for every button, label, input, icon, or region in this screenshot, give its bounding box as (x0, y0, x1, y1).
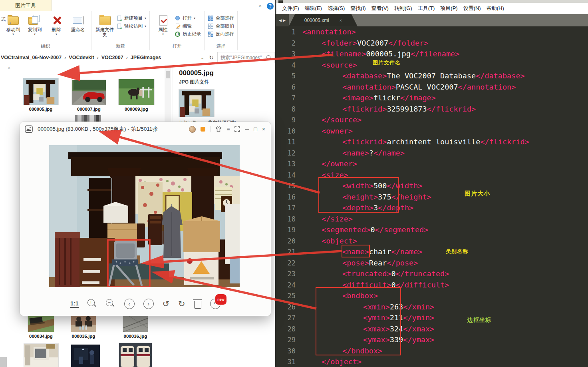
breadcrumb-dropdown-icon[interactable]: ⌄ (201, 55, 204, 60)
code-line[interactable]: 13</owner> (276, 158, 588, 170)
previous-image-button[interactable]: ‹ (124, 299, 135, 309)
ribbon-button-select-all[interactable]: 全部选择 (208, 15, 234, 21)
code-line[interactable]: 8<flickrid>325991873</flickrid> (276, 104, 588, 115)
code-line[interactable]: 19<segmented>0</segmented> (276, 224, 588, 235)
vip-badge-icon[interactable] (201, 127, 205, 132)
code-line[interactable]: 30</bndbox> (276, 345, 588, 357)
tree-scroll-up-icon[interactable]: ^ (8, 66, 10, 71)
ribbon-button-move-to[interactable]: ←移动到▾ (3, 14, 23, 36)
delete-image-icon[interactable] (194, 301, 201, 309)
breadcrumb-segment[interactable]: JPEGImages (131, 55, 161, 60)
thumbnail-000009.jpg[interactable]: 000009.jpg (119, 79, 154, 112)
ribbon-button-new-item[interactable]: 新建项目▾ (116, 15, 146, 21)
more-tools-button[interactable]: ^ new (210, 299, 220, 309)
ribbon-button-copy-to[interactable]: 复制到▾ (25, 14, 45, 36)
close-icon[interactable]: × (262, 126, 265, 132)
code-line[interactable]: 3<filename>000005.jpg</filename> (276, 48, 588, 60)
menu-item[interactable]: 项目(P) (440, 5, 457, 12)
code-line[interactable]: 1<annotation> (276, 26, 588, 38)
code-line[interactable]: 23<truncated>0</truncated> (276, 268, 588, 279)
ribbon-button-history[interactable]: 历史记录 (175, 31, 201, 37)
code-line[interactable]: 14<size> (276, 170, 588, 181)
code-line[interactable]: 27<ymin>211</ymin> (276, 312, 588, 323)
thumbnail-000007.jpg[interactable]: 000007.jpg (72, 80, 106, 112)
breadcrumb-segment[interactable]: VOCdevkit (69, 55, 94, 60)
refresh-icon[interactable]: ↻ (209, 54, 214, 61)
fullscreen-icon[interactable] (234, 126, 240, 132)
ribbon-button-rename[interactable]: 重命名 (68, 14, 88, 32)
tab-next-icon[interactable]: ▶ (283, 18, 286, 22)
code-line[interactable]: 7<image>flickr</image> (276, 92, 588, 104)
code-line[interactable]: 24<difficult>0</difficult> (276, 279, 588, 291)
help-icon[interactable]: ? (267, 3, 274, 10)
code-line[interactable]: 16<height>375</height> (276, 191, 588, 203)
menu-item[interactable]: 查看(V) (371, 5, 389, 12)
code-line[interactable]: 18</size> (276, 213, 588, 225)
code-line[interactable]: 4<source> (276, 60, 588, 71)
code-line[interactable]: 2<folder>VOC2007</folder> (276, 38, 588, 49)
code-line[interactable]: 17<depth>3</depth> (276, 202, 588, 213)
code-line[interactable]: 9</source> (276, 114, 588, 126)
pet-assistant-icon[interactable] (189, 126, 196, 133)
tab-close-icon[interactable]: × (340, 18, 342, 23)
code-line[interactable]: 29<ymax>339</ymax> (276, 334, 588, 345)
zoom-in-icon[interactable] (87, 299, 97, 309)
code-lines[interactable]: 1<annotation>2<folder>VOC2007</folder>3<… (276, 26, 588, 367)
breadcrumb-segment[interactable]: VOCtrainval_06-Nov-2007 (1, 55, 62, 60)
scroll-thumb[interactable] (166, 71, 170, 78)
ribbon-button-open[interactable]: 打开▾ (175, 15, 201, 21)
minimize-icon[interactable]: ─ (245, 126, 249, 132)
code-line[interactable]: 15<width>500</width> (276, 180, 588, 191)
menu-item[interactable]: 设置(N) (463, 5, 481, 12)
ribbon-button-easy-access[interactable]: 轻松访问▾ (116, 23, 146, 29)
maximize-icon[interactable]: □ (254, 126, 257, 132)
ribbon-button-delete[interactable]: 删除▾ (46, 14, 66, 36)
menu-icon[interactable]: ≡ (226, 126, 230, 132)
ribbon-button-select-none[interactable]: 全部取消 (208, 23, 234, 29)
next-image-button[interactable]: › (143, 299, 154, 309)
rotate-left-icon[interactable]: ↺ (163, 299, 170, 309)
zoom-out-icon[interactable] (106, 299, 115, 309)
thumbnail-000036.jpg[interactable]: 000036.jpg (123, 316, 148, 339)
ribbon-tab-picture-tools[interactable]: 图片工具 (0, 0, 52, 11)
tab-nav-arrows[interactable]: ◀▶ (276, 14, 289, 26)
ribbon-button-new-folder[interactable]: 新建文件夹 (95, 14, 115, 38)
tab-prev-icon[interactable]: ◀ (279, 18, 282, 22)
ribbon-button-properties[interactable]: 属性▾ (153, 14, 173, 36)
breadcrumb-segment[interactable]: VOC2007 (101, 55, 123, 60)
menu-item[interactable]: 帮助(H) (487, 5, 504, 12)
theme-skin-icon[interactable] (215, 126, 222, 132)
code-line[interactable]: 6<annotation>PASCAL VOC2007</annotation> (276, 82, 588, 93)
thumbnail-partial-monitor[interactable] (24, 344, 58, 367)
menu-item[interactable]: 工具(T) (418, 5, 435, 12)
thumb-list-scrollbar[interactable]: ^ (165, 65, 171, 122)
code-line[interactable]: 21<name>chair</name> (276, 246, 588, 257)
ribbon-button-edit[interactable]: 编辑 (175, 23, 201, 29)
code-line[interactable]: 10<owner> (276, 126, 588, 137)
code-line[interactable]: 28<xmax>324</xmax> (276, 323, 588, 335)
thumbnail-partial-bw[interactable] (75, 115, 101, 122)
rotate-right-icon[interactable]: ↻ (178, 299, 185, 309)
code-line[interactable]: 22<pose>Rear</pose> (276, 257, 588, 269)
code-line[interactable]: 20<object> (276, 235, 588, 247)
thumbnail-000034.jpg[interactable]: 000034.jpg (28, 315, 54, 339)
search-input[interactable]: 搜索"JPEGImages" (217, 52, 275, 63)
thumbnail-000035.jpg[interactable]: 000035.jpg (71, 314, 96, 339)
editor-titlebar[interactable] (276, 0, 588, 3)
scroll-up-icon[interactable]: ^ (165, 65, 171, 70)
code-line[interactable]: 5<database>The VOC2007 Database</databas… (276, 70, 588, 82)
code-line[interactable]: 11<flickrid>archintent louisville</flick… (276, 136, 588, 148)
menu-item[interactable]: 文件(F) (282, 5, 299, 12)
code-line[interactable]: 31</object> (276, 356, 588, 367)
ribbon-button-select-invert[interactable]: 反向选择 (208, 31, 234, 37)
menu-item[interactable]: 选择(S) (328, 5, 345, 12)
thumbnail-partial-trains[interactable] (119, 343, 152, 367)
menu-item[interactable]: 转到(G) (394, 5, 412, 12)
code-line[interactable]: 12<name>?</name> (276, 148, 588, 159)
code-line[interactable]: 26<xmin>263</xmin> (276, 301, 588, 313)
thumbnail-000005.jpg[interactable]: 000005.jpg (23, 78, 58, 112)
tab-000005-xml[interactable]: 000005.xml × (289, 14, 358, 26)
actual-size-button[interactable]: 1:1 (70, 300, 78, 308)
ribbon-collapse-icon[interactable]: ^ (259, 4, 261, 10)
menu-item[interactable]: 查找(I) (350, 5, 366, 12)
